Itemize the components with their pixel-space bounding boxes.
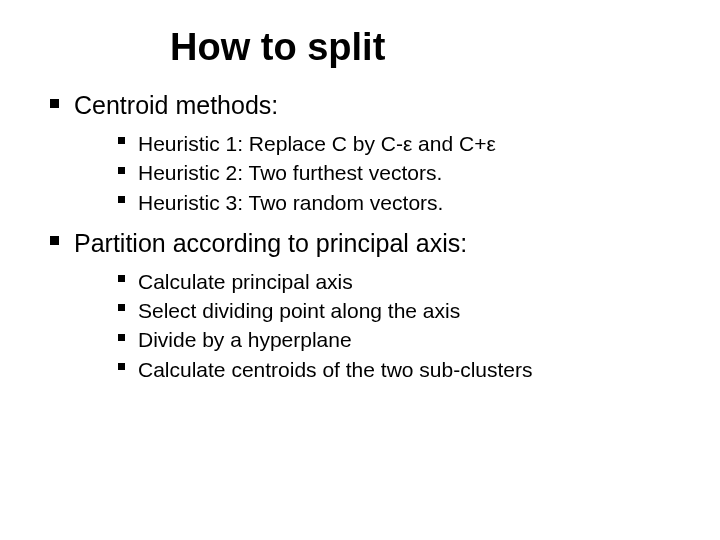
bullet-list-level1: Centroid methods: Heuristic 1: Replace C… [40, 89, 680, 384]
section-heading: Partition according to principal axis: [74, 229, 467, 257]
list-item: Calculate centroids of the two sub-clust… [118, 355, 680, 384]
list-item: Centroid methods: Heuristic 1: Replace C… [50, 89, 680, 217]
bullet-list-level2: Calculate principal axis Select dividing… [74, 267, 680, 385]
list-item: Select dividing point along the axis [118, 296, 680, 325]
section-heading: Centroid methods: [74, 91, 278, 119]
list-item: Heuristic 2: Two furthest vectors. [118, 158, 680, 187]
list-item: Heuristic 3: Two random vectors. [118, 188, 680, 217]
list-item: Partition according to principal axis: C… [50, 227, 680, 384]
list-item: Heuristic 1: Replace C by C-ε and C+ε [118, 129, 680, 158]
list-item: Calculate principal axis [118, 267, 680, 296]
slide: How to split Centroid methods: Heuristic… [0, 0, 720, 540]
list-item: Divide by a hyperplane [118, 325, 680, 354]
slide-title: How to split [170, 26, 680, 69]
bullet-list-level2: Heuristic 1: Replace C by C-ε and C+ε He… [74, 129, 680, 217]
